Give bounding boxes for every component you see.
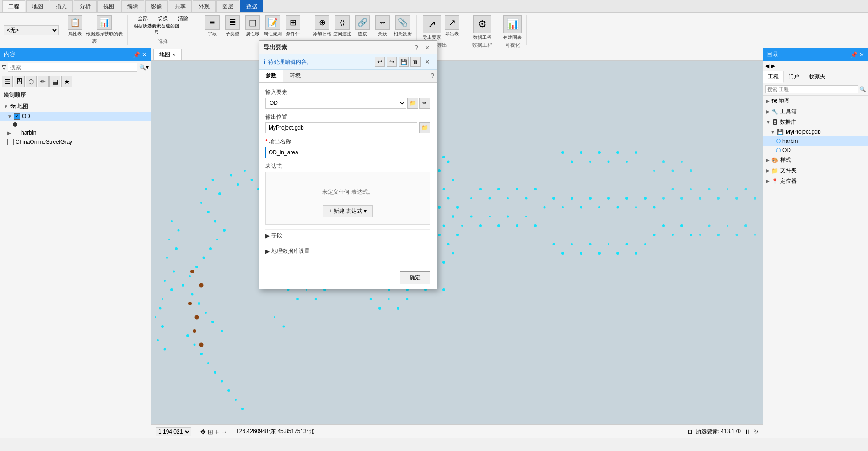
- input-features-browse-btn[interactable]: 📁: [407, 98, 418, 109]
- section-fields-header[interactable]: ▶ 字段: [265, 229, 430, 241]
- modal-help-btn[interactable]: ?: [412, 43, 421, 52]
- catalog-arrow-folder[interactable]: ▶: [766, 168, 770, 173]
- china-online-checkbox[interactable]: [7, 139, 14, 145]
- catalog-arrow-map[interactable]: ▶: [766, 98, 770, 103]
- search-icon[interactable]: 🔍: [139, 64, 146, 71]
- panel-icon-star[interactable]: ★: [61, 76, 72, 87]
- tab-gongcheng[interactable]: 工程: [2, 0, 25, 12]
- modal-tab-env[interactable]: 环境: [283, 70, 307, 82]
- catalog-item-locator[interactable]: ▶ 📍 定位器: [763, 176, 868, 186]
- right-panel-close-icon[interactable]: ✕: [859, 51, 864, 58]
- harbin-checkbox[interactable]: [13, 130, 19, 136]
- input-features-edit-btn[interactable]: ✏: [419, 98, 430, 109]
- catalog-arrow-myproject[interactable]: ▼: [771, 130, 775, 135]
- collapse-arrow-harbin[interactable]: ▶: [7, 130, 11, 136]
- section-geodatabase-header[interactable]: ▶ 地理数据库设置: [265, 245, 430, 257]
- od-checkbox[interactable]: ✓: [14, 113, 20, 120]
- modal-info-close-btn[interactable]: ✕: [423, 57, 432, 66]
- catalog-item-toolbox[interactable]: ▶ 🔧 工具箱: [763, 106, 868, 117]
- btn-related-data[interactable]: 📎 相关数据: [394, 15, 412, 37]
- modal-tab-params[interactable]: 参数: [259, 70, 283, 82]
- btn-condition[interactable]: ⊞ 条件件: [284, 15, 302, 37]
- catalog-item-od[interactable]: ⬡ OD: [763, 146, 868, 155]
- catalog-arrow-toolbox[interactable]: ▶: [766, 109, 770, 114]
- btn-related-table[interactable]: 📊 根据选择获取的表: [86, 15, 123, 37]
- modal-save-btn[interactable]: 💾: [399, 57, 409, 67]
- tab-fenxi[interactable]: 分析: [74, 0, 97, 12]
- btn-domain[interactable]: ◫ 属性域: [243, 15, 262, 37]
- modal-undo-btn[interactable]: ↩: [375, 57, 385, 67]
- search-options-icon[interactable]: ▾: [146, 64, 149, 71]
- back-icon[interactable]: ◀: [765, 63, 769, 69]
- btn-attr-rule[interactable]: 📝 属性规则: [264, 15, 282, 37]
- scale-select[interactable]: 1:194,021: [156, 427, 191, 436]
- refresh-icon[interactable]: ↻: [754, 429, 758, 435]
- btn-subtype[interactable]: ≣ 子类型: [223, 15, 242, 37]
- panel-icon-pencil[interactable]: ✏: [38, 76, 49, 87]
- right-search-input[interactable]: [765, 85, 858, 93]
- right-search-icon[interactable]: 🔍: [859, 86, 866, 92]
- layer-item-harbin[interactable]: ▶ harbin: [0, 128, 151, 137]
- map-canvas[interactable]: 1:194,021 ✥ ⊞ + → 126.4260948°东 45.85175…: [151, 61, 763, 438]
- tab-bianji[interactable]: 编辑: [121, 0, 144, 12]
- right-tab-project[interactable]: 工程: [763, 71, 784, 83]
- catalog-arrow-locator[interactable]: ▶: [766, 179, 770, 184]
- search-input[interactable]: [8, 63, 137, 72]
- btn-field[interactable]: ≡ 字段: [203, 15, 221, 37]
- btn-export-table[interactable]: ↗ 导出表: [443, 15, 461, 41]
- new-expression-btn[interactable]: + 新建 表达式 ▾: [323, 205, 372, 217]
- tab-charu[interactable]: 插入: [50, 0, 73, 12]
- btn-join[interactable]: 🔗 连接: [353, 15, 372, 37]
- right-tab-portal[interactable]: 门户: [784, 71, 804, 83]
- panel-icon-db[interactable]: 🗄: [14, 76, 25, 87]
- layer-item-od[interactable]: ▼ ✓ OD: [0, 112, 151, 121]
- tab-yingxiang[interactable]: 影像: [145, 0, 168, 12]
- pan-icon[interactable]: ✥: [200, 428, 206, 435]
- right-tab-favorites[interactable]: 收藏夹: [804, 71, 830, 83]
- tab-ditu[interactable]: 地图: [26, 0, 49, 12]
- catalog-item-map[interactable]: ▶ 🗺 地图: [763, 96, 868, 106]
- zoom-full-icon[interactable]: ⊞: [208, 428, 213, 435]
- catalog-arrow-database[interactable]: ▼: [766, 120, 771, 125]
- pause-icon[interactable]: ⏸: [744, 429, 750, 435]
- btn-select-switch[interactable]: 切换: [154, 15, 172, 22]
- panel-icon-polygon[interactable]: ⬡: [26, 76, 37, 87]
- panel-icon-list[interactable]: ☰: [2, 76, 13, 87]
- map-tab-close-icon[interactable]: ✕: [172, 52, 176, 57]
- btn-create-chart[interactable]: 📊 创建图表: [503, 15, 522, 41]
- forward-icon[interactable]: ▶: [771, 63, 775, 69]
- catalog-item-myproject[interactable]: ▼ 💾 MyProject.gdb: [763, 127, 868, 136]
- btn-create-layer[interactable]: 根据所选要素创建的图层: [134, 23, 179, 36]
- zoom-in-icon[interactable]: +: [215, 428, 219, 435]
- catalog-item-database[interactable]: ▼ 🗄 数据库: [763, 117, 868, 127]
- btn-attribute-table[interactable]: 📋 属性表: [66, 15, 84, 37]
- catalog-arrow-styles[interactable]: ▶: [766, 158, 770, 163]
- catalog-item-harbin[interactable]: ⬡ harbin: [763, 136, 868, 146]
- layer-dropdown[interactable]: <无>: [4, 25, 59, 35]
- tab-shitu[interactable]: 视图: [97, 0, 120, 12]
- btn-spatial-join[interactable]: ⟨⟩ 空间连接: [333, 15, 351, 37]
- btn-relate[interactable]: ↔ 关联: [373, 15, 392, 37]
- output-location-input[interactable]: [265, 122, 417, 133]
- modal-delete-btn[interactable]: 🗑: [410, 57, 421, 67]
- goto-icon[interactable]: →: [221, 428, 227, 435]
- btn-add-join[interactable]: ⊕ 添加旧格: [313, 15, 331, 37]
- catalog-item-styles[interactable]: ▶ 🎨 样式: [763, 155, 868, 165]
- tab-shuju[interactable]: 数据: [240, 0, 263, 12]
- btn-export-features[interactable]: ↗ 导出要素: [423, 15, 441, 41]
- output-location-browse-btn[interactable]: 📁: [419, 122, 430, 133]
- panel-icon-layers[interactable]: ▤: [49, 76, 60, 87]
- btn-data-engineering[interactable]: ⚙ 数据工程: [473, 15, 491, 41]
- collapse-arrow-od[interactable]: ▼: [7, 114, 12, 119]
- modal-redo-btn[interactable]: ↪: [387, 57, 397, 67]
- confirm-btn[interactable]: 确定: [400, 271, 430, 284]
- input-features-select[interactable]: OD: [265, 98, 406, 109]
- modal-tab-help[interactable]: ?: [428, 70, 437, 82]
- btn-select-clear[interactable]: 清除: [174, 15, 192, 22]
- right-panel-pin-icon[interactable]: 📌: [850, 51, 857, 58]
- tab-gongxiang[interactable]: 共享: [169, 0, 192, 12]
- output-name-input[interactable]: [265, 147, 430, 158]
- map-tab[interactable]: 地图 ✕: [153, 49, 182, 60]
- catalog-item-folder[interactable]: ▶ 📁 文件夹: [763, 165, 868, 176]
- layer-item-map[interactable]: ▼ 🗺 地图: [0, 101, 151, 112]
